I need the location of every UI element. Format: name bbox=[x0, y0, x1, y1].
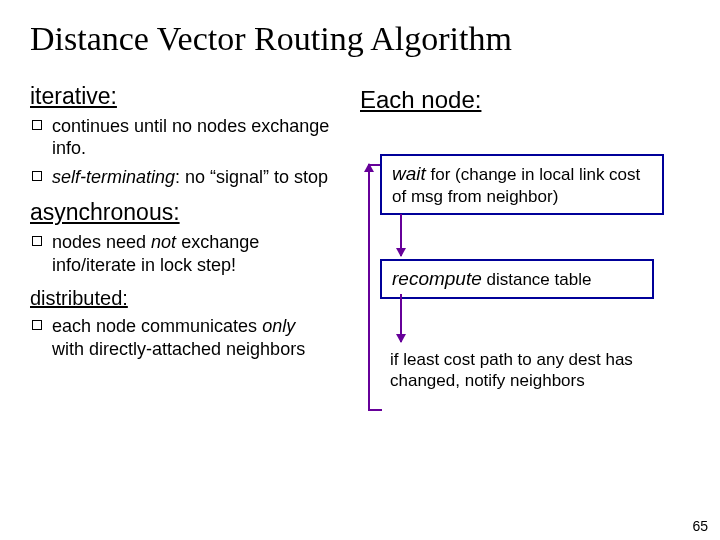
text: for (change in local link cost of msg fr… bbox=[392, 165, 640, 206]
text: each node communicates bbox=[52, 316, 262, 336]
async-list: nodes need not exchange info/iterate in … bbox=[30, 231, 330, 276]
text-italic: only bbox=[262, 316, 295, 336]
flow-diagram: wait for (change in local link cost of m… bbox=[360, 134, 660, 454]
list-item: self-terminating: no “signal” to stop bbox=[30, 166, 330, 189]
text-italic: wait bbox=[392, 163, 426, 184]
connector-line bbox=[368, 164, 380, 166]
text: nodes need bbox=[52, 232, 151, 252]
page-number: 65 bbox=[692, 518, 708, 534]
heading-async: asynchronous: bbox=[30, 198, 330, 227]
text-italic: recompute bbox=[392, 268, 482, 289]
arrow-feedback-icon bbox=[368, 164, 370, 409]
arrow-down-icon bbox=[400, 214, 402, 256]
distributed-list: each node communicates only with directl… bbox=[30, 315, 330, 360]
heading-distributed: distributed: bbox=[30, 286, 330, 311]
text-italic: not bbox=[151, 232, 176, 252]
text: : no “signal” to stop bbox=[175, 167, 328, 187]
list-item: nodes need not exchange info/iterate in … bbox=[30, 231, 330, 276]
list-item: continues until no nodes exchange info. bbox=[30, 115, 330, 160]
flow-text-notify: if least cost path to any dest has chang… bbox=[380, 349, 660, 392]
left-column: iterative: continues until no nodes exch… bbox=[30, 78, 330, 454]
flow-box-wait: wait for (change in local link cost of m… bbox=[380, 154, 664, 215]
text-italic: notify bbox=[465, 371, 506, 390]
columns: iterative: continues until no nodes exch… bbox=[30, 78, 690, 454]
slide-title: Distance Vector Routing Algorithm bbox=[30, 20, 690, 58]
arrow-down-icon bbox=[400, 294, 402, 342]
text: neighbors bbox=[505, 371, 584, 390]
text: with directly-attached neighbors bbox=[52, 339, 305, 359]
right-column: Each node: wait for (change in local lin… bbox=[360, 78, 690, 454]
text-italic: self-terminating bbox=[52, 167, 175, 187]
iterative-list: continues until no nodes exchange info. … bbox=[30, 115, 330, 189]
text: continues until no nodes exchange info. bbox=[52, 116, 329, 159]
heading-iterative: iterative: bbox=[30, 82, 330, 111]
flow-box-recompute: recompute distance table bbox=[380, 259, 654, 299]
list-item: each node communicates only with directl… bbox=[30, 315, 330, 360]
heading-each-node: Each node: bbox=[360, 86, 690, 114]
slide: Distance Vector Routing Algorithm iterat… bbox=[0, 0, 720, 540]
text: distance table bbox=[482, 270, 592, 289]
connector-line bbox=[368, 409, 382, 411]
